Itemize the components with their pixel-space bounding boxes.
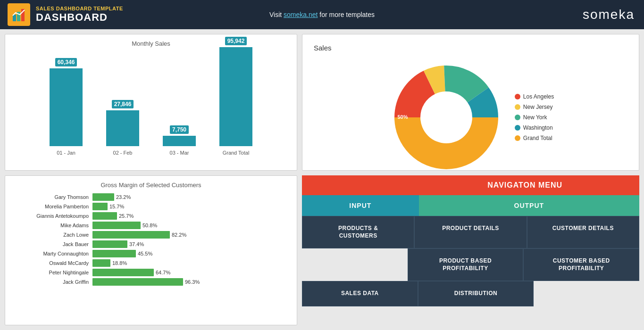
bar-axis-label: 01 - Jan — [57, 150, 75, 156]
nav-io-row: INPUT OUTPUT — [302, 195, 639, 216]
legend-dot — [515, 125, 520, 131]
donut-body: 17.8%6.5%15.9%9.8%50% Los AngelesNew Jer… — [308, 54, 633, 181]
bar — [50, 68, 83, 146]
gm-row: Mike Adams50.8% — [16, 222, 286, 229]
right-column: Sales 17.8%6.5%15.9%9.8%50% Los AngelesN… — [302, 34, 639, 325]
gm-customer-name: Marty Connaughton — [16, 251, 89, 256]
gm-customer-name: Jack Griffin — [16, 279, 89, 285]
legend-dot — [515, 94, 520, 99]
donut-legend: Los AngelesNew JerseyNew YorkWashingtonG… — [515, 93, 554, 141]
gm-percentage: 25.7% — [119, 213, 134, 219]
donut-label: 50% — [397, 114, 408, 120]
nav-title: NAVIGATON MENU — [416, 181, 634, 190]
nav-header: NAVIGATON MENU — [302, 175, 639, 195]
nav-profitability-row: PRODUCT BASED PROFITABILITY CUSTOMER BAS… — [302, 248, 639, 281]
brand-name: someka — [583, 7, 635, 22]
gm-bar — [92, 231, 170, 239]
gm-customer-name: Jack Bauer — [16, 241, 89, 247]
someka-link[interactable]: someka.net — [284, 11, 318, 18]
gross-margin-title: Gross Margin of Selected Customers — [11, 182, 291, 189]
gm-bar — [92, 193, 114, 201]
sales-data-button[interactable]: SALES DATA — [302, 281, 418, 306]
legend-item: Grand Total — [515, 135, 554, 141]
gm-row: Jack Griffin96.3% — [16, 278, 286, 286]
gm-percentage: 23.2% — [116, 194, 131, 200]
product-details-button[interactable]: PRODUCT DETAILS — [414, 216, 527, 248]
gm-percentage: 64.7% — [156, 270, 170, 275]
gm-percentage: 50.8% — [142, 223, 157, 228]
gm-customer-name: Oswald McCardy — [16, 260, 89, 266]
gm-percentage: 45.5% — [138, 251, 152, 256]
legend-item: New York — [515, 114, 554, 121]
nav-output-label: OUTPUT — [419, 195, 639, 216]
legend-item: Los Angeles — [515, 93, 554, 100]
customer-based-profitability-button[interactable]: CUSTOMER BASED PROFITABILITY — [523, 248, 639, 281]
legend-label: Los Angeles — [523, 93, 554, 100]
distribution-button[interactable]: DISTRIBUTION — [418, 281, 534, 306]
bar-axis-label: Grand Total — [223, 150, 250, 156]
bar-chart-area: 60,34601 - Jan27,84602 - Feb7,75003 - Ma… — [11, 52, 291, 156]
gm-customer-name: Gary Thomson — [16, 194, 89, 200]
gm-percentage: 15.7% — [109, 204, 124, 209]
bar-group: 7,75003 - Mar — [163, 125, 196, 156]
bar-value-label: 27,846 — [112, 100, 134, 108]
nav-buttons-row: PRODUCTS & CUSTOMERS PRODUCT DETAILS CUS… — [302, 216, 639, 248]
header-subtitle: SALES DASHBOARD TEMPLATE — [36, 6, 123, 11]
nav-input-label: INPUT — [302, 195, 419, 216]
product-based-profitability-button[interactable]: PRODUCT BASED PROFITABILITY — [408, 248, 524, 281]
monthly-sales-panel: Monthly Sales 60,34601 - Jan27,84602 - F… — [5, 34, 297, 171]
header-center-text: Visit someka.net for more templates — [269, 11, 375, 18]
nav-spacer-2 — [534, 281, 639, 306]
bar-group: 27,84602 - Feb — [106, 100, 139, 156]
legend-label: New Jersey — [523, 104, 553, 110]
gm-bar — [92, 259, 110, 267]
products-customers-button[interactable]: PRODUCTS & CUSTOMERS — [302, 216, 414, 248]
donut-panel: Sales 17.8%6.5%15.9%9.8%50% Los AngelesN… — [302, 34, 639, 171]
header: SALES DASHBOARD TEMPLATE DASHBOARD Visit… — [0, 0, 644, 29]
gm-row: Marty Connaughton45.5% — [16, 250, 286, 257]
gm-bar — [92, 278, 183, 286]
gm-bar — [92, 269, 154, 276]
gm-bar — [92, 240, 127, 248]
gm-row: Oswald McCardy18.8% — [16, 259, 286, 267]
nav-spacer — [302, 248, 408, 281]
gm-row: Zach Lowe82.2% — [16, 231, 286, 239]
gm-bar — [92, 250, 136, 257]
gm-row: Jack Bauer37.4% — [16, 240, 286, 248]
bar — [163, 136, 196, 146]
legend-dot — [515, 104, 520, 110]
bar-axis-label: 03 - Mar — [170, 150, 189, 156]
nav-bottom-row: SALES DATA DISTRIBUTION — [302, 281, 639, 306]
bar-value-label: 60,346 — [55, 58, 77, 66]
customer-details-button[interactable]: CUSTOMER DETAILS — [527, 216, 639, 248]
navigation-menu: NAVIGATON MENU INPUT OUTPUT PRODUCTS & C… — [302, 175, 639, 325]
gm-customer-name: Morelia Pamberton — [16, 204, 89, 209]
donut-segment — [394, 117, 498, 169]
gm-bar — [92, 222, 141, 229]
bar — [219, 47, 252, 146]
gm-bar — [92, 212, 117, 220]
gm-percentage: 18.8% — [112, 260, 127, 266]
left-column: Monthly Sales 60,34601 - Jan27,84602 - F… — [5, 34, 297, 325]
gm-row: Gary Thomson23.2% — [16, 193, 286, 201]
gross-margin-panel: Gross Margin of Selected Customers Gary … — [5, 175, 297, 325]
bar-value-label: 95,942 — [225, 37, 247, 45]
gm-percentage: 96.3% — [185, 279, 200, 285]
gm-customer-name: Zach Lowe — [16, 232, 89, 238]
legend-label: Washington — [523, 124, 553, 131]
legend-item: Washington — [515, 124, 554, 131]
bar-axis-label: 02 - Feb — [113, 150, 133, 156]
legend-item: New Jersey — [515, 104, 554, 110]
legend-dot — [515, 135, 520, 141]
header-main-title: DASHBOARD — [36, 11, 123, 24]
main-content: Monthly Sales 60,34601 - Jan27,84602 - F… — [0, 29, 644, 330]
gm-customer-name: Peter Nightingale — [16, 270, 89, 275]
gross-margin-rows: Gary Thomson23.2%Morelia Pamberton15.7%G… — [11, 193, 291, 286]
header-title-block: SALES DASHBOARD TEMPLATE DASHBOARD — [36, 6, 123, 24]
donut-title: Sales — [308, 40, 633, 54]
gm-bar — [92, 203, 108, 210]
legend-label: New York — [523, 114, 547, 121]
gm-percentage: 82.2% — [172, 232, 186, 238]
gm-customer-name: Giannis Antetokoumpo — [16, 213, 89, 219]
gm-customer-name: Mike Adams — [16, 223, 89, 228]
